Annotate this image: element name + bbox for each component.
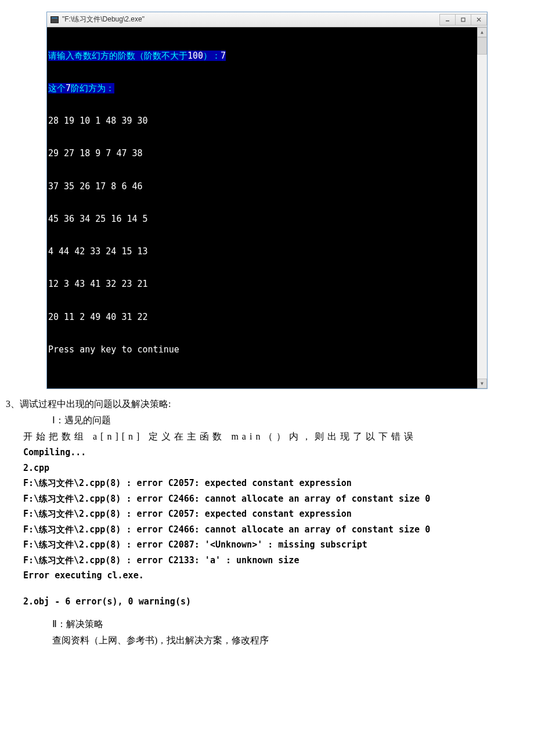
compiler-error-line: F:\练习文件\2.cpp(8) : error C2057: expected…: [6, 505, 528, 521]
console-output: 请输入奇数幻方的阶数（阶数不大于100）：7 这个7阶幻方为： 28 19 10…: [48, 28, 486, 377]
console-window: "F:\练习文件\Debug\2.exe" ✕ 请输入奇数幻方的阶数（阶数不大于…: [46, 12, 488, 389]
minimize-icon: [445, 17, 450, 23]
matrix-row: 37 35 26 17 8 6 46: [48, 181, 474, 192]
console-body: 请输入奇数幻方的阶数（阶数不大于100）：7 这个7阶幻方为： 28 19 10…: [47, 27, 487, 388]
compiler-error-line: F:\练习文件\2.cpp(8) : error C2087: '<Unknow…: [6, 536, 528, 552]
window-title: "F:\练习文件\Debug\2.exe": [62, 15, 145, 24]
subsection-heading: Ⅱ：解决策略: [6, 615, 528, 631]
close-button[interactable]: ✕: [471, 14, 487, 26]
paragraph-text: 开始把数组 a[n][n] 定义在主函数 main（）内，则出现了以下错误: [6, 427, 528, 444]
minimize-button[interactable]: [439, 14, 456, 26]
compiler-error-line: F:\练习文件\2.cpp(8) : error C2133: 'a' : un…: [6, 552, 528, 567]
prompt-text: ）：: [203, 51, 221, 61]
close-icon: ✕: [476, 16, 482, 24]
scroll-thumb[interactable]: [477, 37, 487, 55]
compiler-error-line: F:\练习文件\2.cpp(8) : error C2466: cannot a…: [6, 490, 528, 506]
matrix-row: 20 11 2 49 40 31 22: [48, 312, 474, 323]
scroll-up-arrow-icon[interactable]: ▲: [477, 27, 487, 37]
console-line: 请输入奇数幻方的阶数（阶数不大于100）：7: [48, 51, 474, 62]
compiler-error-line: F:\练习文件\2.cpp(8) : error C2057: expected…: [6, 474, 528, 490]
blank-line: [6, 608, 528, 615]
svg-rect-1: [461, 18, 465, 21]
user-input: 7: [221, 51, 226, 61]
paragraph-text: 查阅资料（上网、参考书)，找出解决方案，修改程序: [6, 631, 528, 647]
matrix-row: 28 19 10 1 48 39 30: [48, 116, 474, 127]
scrollbar-top: ▲: [477, 27, 487, 55]
titlebar-left: "F:\练习文件\Debug\2.exe": [50, 15, 145, 24]
compiler-error-line: F:\练习文件\2.cpp(8) : error C2466: cannot a…: [6, 521, 528, 537]
window-controls: ✕: [440, 14, 487, 26]
console-line: 这个7阶幻方为：: [48, 83, 474, 94]
blank-line: [6, 582, 528, 593]
matrix-row: 4 44 42 33 24 15 13: [48, 246, 474, 257]
scroll-down-arrow-icon[interactable]: ▼: [477, 379, 487, 388]
maximize-icon: [460, 17, 466, 23]
prompt-text: 请输入奇数幻方的阶数（阶数不大于: [48, 51, 187, 61]
matrix-row: 12 3 43 41 32 23 21: [48, 279, 474, 290]
compiler-summary-line: 2.obj - 6 error(s), 0 warning(s): [6, 593, 528, 609]
matrix-row: 45 36 34 25 16 14 5: [48, 214, 474, 225]
window-titlebar: "F:\练习文件\Debug\2.exe" ✕: [47, 12, 487, 27]
console-app-icon: [50, 16, 59, 23]
compiler-output-line: Error executing cl.exe.: [6, 567, 528, 582]
compiler-output-line: Compiling...: [6, 444, 528, 459]
matrix-row: 29 27 18 9 7 47 38: [48, 148, 474, 159]
output-text: 阶幻方为：: [71, 83, 114, 93]
subsection-heading: Ⅰ：遇见的问题: [6, 411, 528, 427]
output-text: 这个: [48, 83, 66, 93]
maximize-button[interactable]: [455, 14, 471, 26]
compiler-output-line: 2.cpp: [6, 459, 528, 475]
vertical-scrollbar[interactable]: ▲ ▼: [477, 27, 487, 388]
prompt-limit: 100: [187, 51, 203, 61]
press-any-key: Press any key to continue: [48, 344, 474, 355]
section-heading: 3、调试过程中出现的问题以及解决策略:: [6, 395, 528, 411]
output-order: 7: [66, 83, 71, 93]
